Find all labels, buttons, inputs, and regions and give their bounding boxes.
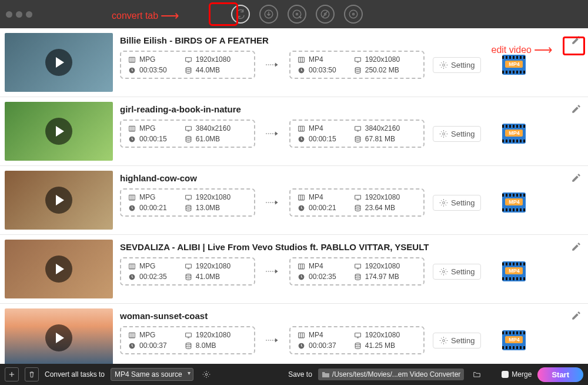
annotation-edit-text: edit video (492, 45, 532, 55)
annotation-edit-video: edit video ⟶ (492, 42, 553, 58)
video-thumbnail[interactable] (5, 308, 113, 364)
edit-video-button[interactable] (569, 102, 583, 116)
src-duration: 00:00:37 (128, 341, 167, 350)
dst-duration: 00:00:37 (298, 341, 336, 350)
dst-duration: 00:02:35 (298, 273, 336, 281)
dst-info-box: MP4 00:00:15 3840x2160 67.81 MB (289, 120, 425, 148)
setting-button[interactable]: Setting (433, 195, 481, 211)
svg-point-46 (186, 343, 191, 344)
svg-rect-7 (129, 57, 135, 62)
src-info-box: MPG 00:02:35 1920x1080 41.0MB (120, 257, 255, 286)
dst-filesize: 174.97 MB (354, 273, 400, 281)
video-row: SEVDALIZA - ALIBI | Live From Vevo Studi… (0, 235, 588, 304)
src-format: MPG (128, 55, 167, 64)
video-thumbnail[interactable] (5, 240, 113, 298)
dst-format: MP4 (298, 55, 336, 64)
play-button[interactable] (45, 187, 72, 214)
svg-rect-9 (185, 57, 191, 61)
dst-filesize: 67.81 MB (354, 135, 400, 143)
svg-rect-34 (129, 264, 135, 269)
max-dot[interactable] (26, 11, 32, 18)
tab-download[interactable] (259, 5, 278, 24)
src-duration: 00:00:15 (128, 135, 167, 143)
min-dot[interactable] (16, 11, 22, 18)
merge-checkbox[interactable] (502, 371, 509, 378)
start-button[interactable]: Start (537, 367, 583, 382)
src-filesize: 61.0MB (185, 135, 230, 143)
play-button[interactable] (45, 118, 72, 145)
dst-format: MP4 (298, 262, 336, 270)
output-format-icon[interactable]: MP4 (502, 124, 526, 144)
clear-task-button[interactable] (25, 367, 39, 381)
dst-resolution: 1920x1080 (354, 331, 400, 339)
output-format-select[interactable]: MP4 Same as source (111, 368, 193, 381)
arrow-convert-icon (263, 61, 281, 69)
open-folder-button[interactable] (470, 367, 484, 381)
src-resolution: 1920x1080 (185, 55, 230, 64)
setting-label: Setting (451, 267, 475, 276)
tab-addmedia[interactable] (288, 5, 306, 24)
svg-point-51 (443, 339, 445, 341)
src-info-box: MPG 00:03:50 1920x1080 44.0MB (120, 51, 255, 79)
output-settings-button[interactable] (199, 367, 213, 381)
dst-format: MP4 (298, 193, 336, 201)
src-format: MPG (128, 193, 167, 201)
tab-compress[interactable] (316, 5, 335, 24)
video-title: SEVDALIZA - ALIBI | Live From Vevo Studi… (120, 242, 569, 252)
arrow-right-icon: ⟶ (534, 42, 553, 58)
save-path-field[interactable]: /Users/test/Movies/...em Video Converter (318, 369, 465, 380)
tab-toolbox[interactable] (344, 5, 363, 24)
arrow-convert-icon (263, 198, 281, 207)
svg-point-3 (321, 10, 329, 18)
src-filesize: 13.0MB (185, 204, 230, 212)
format-badge: MP4 (505, 267, 523, 274)
output-format-icon[interactable]: MP4 (502, 192, 526, 213)
svg-rect-31 (355, 195, 360, 199)
svg-point-24 (443, 132, 445, 135)
svg-point-41 (355, 274, 360, 276)
topbar: convert tab ⟶ (0, 0, 588, 28)
setting-button[interactable]: Setting (433, 57, 481, 73)
edit-video-button[interactable] (569, 308, 583, 323)
video-thumbnail[interactable] (5, 33, 113, 92)
close-dot[interactable] (6, 11, 12, 18)
svg-point-5 (349, 10, 358, 18)
svg-point-23 (355, 136, 360, 138)
src-format: MPG (128, 331, 167, 339)
play-button[interactable] (45, 255, 72, 283)
svg-point-2 (296, 14, 298, 15)
edit-video-button[interactable] (569, 240, 583, 254)
svg-rect-18 (185, 126, 191, 130)
tab-convert[interactable] (231, 5, 250, 24)
svg-point-15 (443, 64, 445, 66)
output-format-icon[interactable]: MP4 (502, 55, 526, 75)
svg-rect-25 (129, 195, 135, 200)
edit-video-button[interactable] (569, 171, 583, 185)
dst-resolution: 3840x2160 (354, 124, 400, 132)
video-title: woman-sunset-coast (120, 311, 569, 321)
svg-point-33 (443, 201, 445, 204)
format-badge: MP4 (505, 130, 523, 137)
output-format-icon[interactable]: MP4 (502, 261, 526, 281)
setting-button[interactable]: Setting (433, 264, 481, 280)
svg-rect-13 (355, 57, 360, 61)
video-list: Billie Eilish - BIRDS OF A FEATHER MPG 0… (0, 28, 588, 364)
merge-toggle[interactable]: Merge (502, 370, 532, 379)
svg-rect-49 (355, 333, 360, 337)
svg-point-4 (325, 14, 326, 15)
setting-button[interactable]: Setting (433, 126, 481, 142)
add-task-button[interactable] (5, 367, 19, 381)
bottombar: Convert all tasks to MP4 Same as source … (0, 364, 588, 385)
dst-format: MP4 (298, 124, 336, 132)
play-button[interactable] (45, 49, 72, 76)
play-button[interactable] (45, 324, 72, 351)
traffic-lights[interactable] (6, 11, 32, 18)
dst-info-box: MP4 00:02:35 1920x1080 174.97 MB (289, 257, 425, 286)
video-thumbnail[interactable] (5, 171, 113, 230)
output-format-icon[interactable]: MP4 (502, 330, 526, 350)
video-thumbnail[interactable] (5, 102, 113, 161)
setting-button[interactable]: Setting (433, 333, 481, 349)
src-resolution: 3840x2160 (185, 124, 230, 132)
folder-icon (322, 371, 330, 378)
edit-video-button[interactable] (569, 33, 583, 47)
